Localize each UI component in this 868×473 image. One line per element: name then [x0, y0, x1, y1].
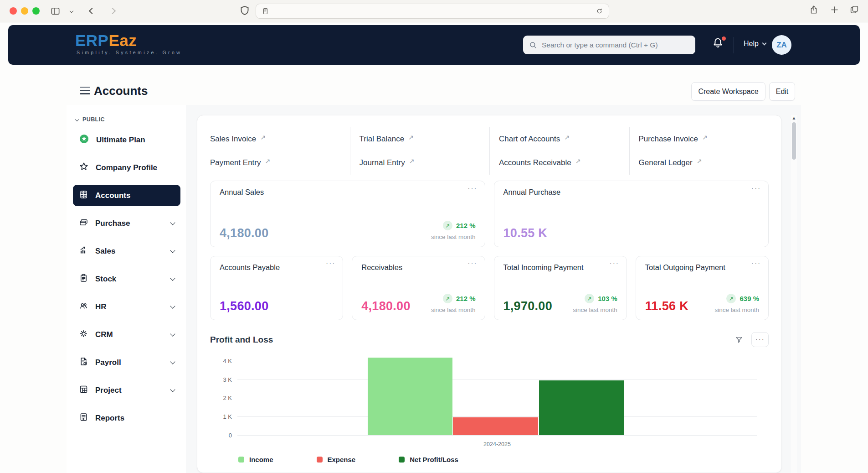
global-search[interactable]	[523, 36, 695, 54]
sidebar-item-stock[interactable]: Stock	[73, 268, 180, 290]
card-value: 11.56 K	[645, 299, 688, 313]
number-card-total-outgoing-payment: Total Outgoing Payment ··· 11.56 K ↗639 …	[636, 256, 769, 320]
reader-page-icon	[262, 7, 269, 15]
number-card-annual-sales: Annual Sales ··· 4,180.00 ↗212 % since l…	[210, 181, 485, 247]
chart-growth-icon	[79, 245, 88, 257]
star-circle-icon	[79, 134, 89, 146]
card-menu-icon[interactable]: ···	[751, 184, 761, 193]
change-badge: ↗212 % since last month	[431, 294, 476, 313]
sidebar-item-reports[interactable]: Reports	[73, 407, 180, 429]
sidebar-item-label: Payroll	[95, 358, 121, 367]
sidebar-item-project[interactable]: Project	[73, 379, 180, 401]
sidebar-item-crm[interactable]: CRM	[73, 324, 180, 345]
sidebar-item-label: Sales	[95, 247, 115, 256]
external-link-icon: ↗	[697, 157, 702, 165]
profit-and-loss-chart: 4 K 3 K 2 K 1 K 0 2024-2025 Income Expen…	[210, 352, 769, 468]
shortcut-chart-of-accounts[interactable]: Chart of Accounts↗	[489, 127, 629, 151]
chevron-down-icon	[170, 359, 175, 364]
sidebar-item-payroll[interactable]: Payroll	[73, 352, 180, 373]
zoom-window-button[interactable]	[32, 7, 40, 15]
sidebar-item-label: Project	[95, 386, 122, 395]
shortcut-payment-entry[interactable]: Payment Entry↗	[210, 151, 350, 175]
chart-title: Profit and Loss	[210, 335, 273, 345]
number-card-total-incoming-payment: Total Incoming Payment ··· 1,970.00 ↗103…	[494, 256, 627, 320]
privacy-shield-icon[interactable]	[239, 5, 250, 16]
card-menu-icon[interactable]: ···	[326, 259, 335, 268]
share-icon[interactable]	[809, 5, 819, 15]
browser-sidebar-toggle-icon[interactable]	[50, 6, 61, 16]
bar-net-profit-loss[interactable]	[539, 380, 624, 435]
back-icon[interactable]	[90, 9, 94, 13]
kanban-icon	[79, 385, 88, 396]
app-logo[interactable]: ERPEaz Simplify. Systemize. Grow	[75, 32, 182, 55]
screen: ERPEaz Simplify. Systemize. Grow Help ZA…	[0, 0, 868, 473]
sidebar-item-hr[interactable]: HR	[73, 296, 180, 317]
calculator-icon	[79, 190, 88, 202]
address-input[interactable]	[269, 8, 596, 15]
edit-button[interactable]: Edit	[769, 82, 795, 101]
chevron-down-icon	[170, 220, 175, 225]
sidebar-section-public[interactable]: PUBLIC	[73, 116, 180, 123]
help-menu[interactable]: Help	[744, 40, 766, 48]
scrollbar-thumb[interactable]	[792, 122, 796, 160]
shortcut-journal-entry[interactable]: Journal Entry↗	[350, 151, 490, 175]
star-icon	[79, 161, 89, 174]
shortcut-purchase-invoice[interactable]: Purchase Invoice↗	[629, 127, 769, 151]
card-title: Total Incoming Payment	[503, 263, 617, 272]
search-icon	[529, 41, 537, 49]
reload-icon[interactable]	[596, 7, 603, 15]
page-title: Accounts	[94, 84, 148, 98]
external-link-icon: ↗	[702, 134, 708, 141]
create-workspace-button[interactable]: Create Workspace	[691, 82, 765, 101]
legend-item-expense[interactable]: Expense	[317, 456, 356, 463]
x-axis-label: 2024-2025	[237, 441, 757, 447]
trend-up-icon: ↗	[443, 294, 452, 303]
shortcut-trial-balance[interactable]: Trial Balance↗	[350, 127, 490, 151]
address-bar[interactable]	[256, 4, 609, 19]
scroll-up-arrow-icon[interactable]: ▲	[791, 115, 797, 120]
sidebar-item-company-profile[interactable]: Company Profile	[73, 157, 180, 178]
minimize-window-button[interactable]	[21, 7, 28, 15]
report-doc-icon	[79, 412, 88, 424]
card-title: Receivables	[361, 263, 475, 272]
external-link-icon: ↗	[260, 134, 266, 141]
search-input[interactable]	[542, 41, 689, 49]
workspace-menu-icon[interactable]	[80, 87, 90, 96]
filter-button[interactable]	[730, 332, 748, 347]
external-link-icon: ↗	[564, 134, 570, 141]
chevron-down-icon	[170, 248, 175, 253]
people-icon	[79, 301, 88, 313]
avatar[interactable]: ZA	[772, 35, 791, 55]
card-menu-icon[interactable]: ···	[751, 259, 761, 268]
shortcut-accounts-receivable[interactable]: Accounts Receivable↗	[489, 151, 629, 175]
shortcut-sales-invoice[interactable]: Sales Invoice↗	[210, 127, 350, 151]
legend-item-net-profit-loss[interactable]: Net Profit/Loss	[399, 456, 458, 463]
sidebar-item-label: Accounts	[95, 191, 130, 200]
legend-item-income[interactable]: Income	[238, 456, 273, 463]
legend-swatch	[238, 457, 244, 463]
shortcut-general-ledger[interactable]: General Ledger↗	[629, 151, 769, 175]
card-menu-icon[interactable]: ···	[467, 259, 477, 268]
forward-icon[interactable]	[110, 9, 115, 13]
tab-overview-icon[interactable]	[849, 5, 859, 15]
trend-up-icon: ↗	[726, 294, 736, 303]
card-menu-icon[interactable]: ···	[467, 184, 477, 193]
sidebar-item-ultimate-plan[interactable]: Ultimate Plan	[73, 129, 180, 151]
chart-legend: Income Expense Net Profit/Loss	[238, 456, 458, 463]
chevron-down-icon	[170, 275, 175, 281]
card-value: 4,180.00	[220, 226, 269, 240]
scrollbar-track[interactable]	[791, 115, 797, 473]
sidebar-item-label: Company Profile	[96, 163, 157, 172]
bar-income[interactable]	[368, 358, 452, 435]
number-card-annual-purchase: Annual Purchase ··· 10.55 K	[494, 181, 769, 247]
notifications-bell-icon[interactable]	[711, 36, 728, 53]
sidebar-item-accounts[interactable]: Accounts	[73, 185, 180, 206]
bar-expense[interactable]	[453, 417, 538, 435]
sidebar-item-purchase[interactable]: Purchase	[73, 213, 180, 234]
sidebar-item-sales[interactable]: Sales	[73, 240, 180, 262]
chart-menu-button[interactable]: ···	[751, 332, 769, 347]
close-window-button[interactable]	[10, 7, 17, 15]
new-tab-icon[interactable]	[830, 5, 839, 15]
sidebar-dropdown-chevron-icon[interactable]	[70, 10, 73, 12]
card-menu-icon[interactable]: ···	[609, 259, 619, 268]
